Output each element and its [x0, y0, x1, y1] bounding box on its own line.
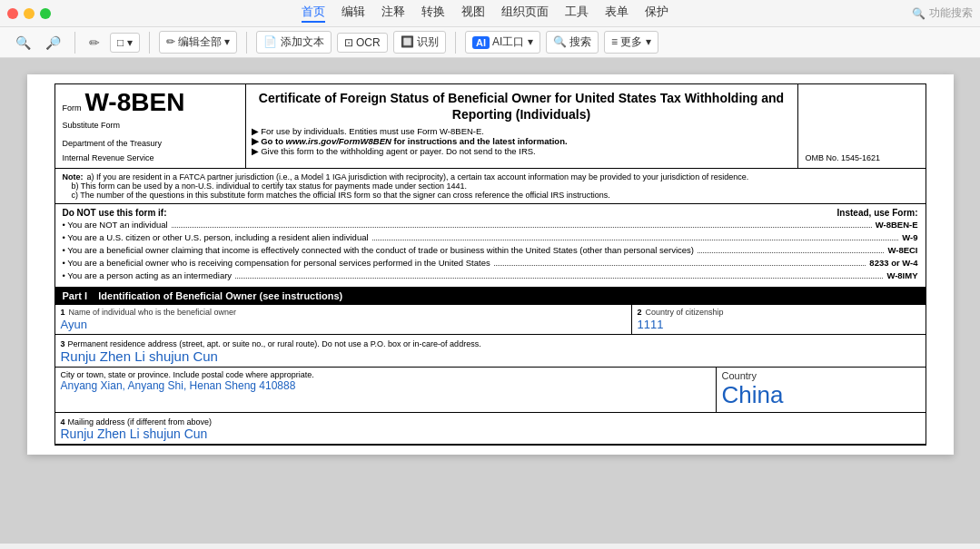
- dotted-line-1: [172, 227, 872, 228]
- field-1-label: Name of individual who is the beneficial…: [69, 308, 237, 317]
- minimize-button[interactable]: [24, 8, 35, 19]
- ai-badge: AI: [472, 36, 490, 49]
- separator-2: [149, 32, 150, 54]
- donot-text-4: • You are a beneficial owner who is rece…: [63, 258, 490, 268]
- menu-bar: 首页 编辑 注释 转换 视图 组织页面 工具 表单 保护 🔍 功能搜索: [0, 0, 980, 27]
- form-header: Form W-8BEN Substitute Form Department o…: [54, 83, 926, 169]
- form-right-col: OMB No. 1545-1621: [798, 84, 926, 168]
- city-cell: City or town, state or province. Include…: [55, 368, 717, 412]
- country-cell: Country China: [717, 368, 926, 412]
- form-center-col: Certificate of Foreign Status of Benefic…: [246, 84, 798, 168]
- country-label: Country: [722, 370, 920, 381]
- search-button[interactable]: 🔍 搜索: [546, 31, 599, 54]
- form-number: W-8BEN: [85, 90, 185, 115]
- separator-4: [455, 32, 456, 54]
- search-icon: 🔍: [912, 7, 926, 20]
- ai-button[interactable]: AI AI工口 ▾: [465, 31, 540, 54]
- dotted-line-5: [235, 278, 883, 279]
- note-label: Note:: [63, 172, 84, 181]
- part-label: Part I: [63, 290, 88, 301]
- menu-item-protect[interactable]: 保护: [645, 4, 668, 23]
- form-ref-5: W-8IMY: [886, 270, 917, 280]
- field-4-number: 4: [61, 417, 65, 426]
- menu-item-annotate[interactable]: 注释: [381, 4, 405, 23]
- part-header: Part I Identification of Beneficial Owne…: [54, 288, 926, 305]
- note-c: c) The number of the questions in this s…: [72, 191, 610, 200]
- menu-item-home[interactable]: 首页: [302, 4, 325, 23]
- donot-row-2: • You are a U.S. citizen or other U.S. p…: [63, 232, 918, 243]
- document-page: Form W-8BEN Substitute Form Department o…: [27, 74, 954, 455]
- address-row-3: 3 Permanent residence address (street, a…: [55, 335, 926, 368]
- form-title: Certificate of Foreign Status of Benefic…: [252, 90, 792, 123]
- window-controls: [7, 8, 51, 19]
- menu-item-view[interactable]: 视图: [461, 4, 485, 23]
- dotted-line-2: [372, 240, 899, 240]
- instead-label: Instead, use Form:: [837, 208, 918, 218]
- field-2-number: 2: [638, 308, 642, 317]
- bullet-2: ▶ Go to www.irs.gov/FormW8BEN for instru…: [252, 136, 792, 146]
- irs-label: Internal Revenue Service: [63, 153, 238, 162]
- more-button[interactable]: ≡ 更多 ▾: [604, 31, 658, 54]
- separator-3: [246, 32, 247, 54]
- field-3-value[interactable]: Runju Zhen Li shujun Cun: [61, 348, 920, 364]
- bullet-3: ▶ Give this form to the withholding agen…: [252, 146, 792, 156]
- donot-row-4: • You are a beneficial owner who is rece…: [63, 258, 918, 269]
- field-cell-2: 2 Country of citizenship 1111: [632, 305, 926, 334]
- form-label: Form: [63, 103, 82, 113]
- donot-text-5: • You are a person acting as an intermed…: [63, 270, 233, 280]
- form-ref-4: 8233 or W-4: [869, 258, 917, 268]
- menu-item-organize[interactable]: 组织页面: [501, 4, 549, 23]
- note-a: a) If you are resident in a FATCA partne…: [87, 172, 749, 181]
- note-section: Note: a) If you are resident in a FATCA …: [54, 169, 926, 204]
- mailing-row-4: 4 Mailing address (if different from abo…: [55, 413, 926, 445]
- donot-text-3: • You are a beneficial owner claiming th…: [63, 245, 694, 255]
- close-button[interactable]: [7, 8, 18, 19]
- menu-item-convert[interactable]: 转换: [421, 4, 445, 23]
- dotted-line-4: [494, 265, 866, 266]
- menu-item-form[interactable]: 表单: [605, 4, 629, 23]
- zoom-out-icon[interactable]: 🔍: [11, 34, 35, 52]
- edit-all-button[interactable]: ✏ 编辑全部 ▾: [159, 31, 238, 54]
- donot-header: Do NOT use this form if: Instead, use Fo…: [63, 208, 918, 218]
- field-cell-1: 1 Name of individual who is the benefici…: [55, 305, 632, 334]
- toolbar: 🔍 🔎 ✏ □ ▾ ✏ 编辑全部 ▾ 📄 添加文本 ⊡ OCR 🔲 识别 AI …: [0, 27, 980, 58]
- donot-text-1: • You are NOT an individual: [63, 220, 168, 230]
- separator-1: [74, 32, 75, 54]
- form-ref-3: W-8ECI: [887, 245, 917, 255]
- substitute-label: Substitute Form: [63, 121, 238, 130]
- add-text-button[interactable]: 📄 添加文本: [256, 31, 331, 54]
- donot-text-2: • You are a U.S. citizen or other U.S. p…: [63, 232, 369, 242]
- dept-label: Department of the Treasury: [63, 139, 238, 148]
- donot-section: Do NOT use this form if: Instead, use Fo…: [54, 204, 926, 288]
- part-title: Identification of Beneficial Owner (see …: [98, 290, 342, 301]
- draw-icon[interactable]: ✏: [84, 34, 104, 52]
- dotted-line-3: [698, 252, 884, 253]
- field-4-label: Mailing address (if different from above…: [68, 417, 212, 426]
- city-value[interactable]: Anyang Xian, Anyang Shi, Henan Sheng 410…: [61, 379, 710, 392]
- omb-number: OMB No. 1545-1621: [806, 153, 881, 162]
- zoom-in-icon[interactable]: 🔎: [41, 34, 65, 52]
- ocr-button[interactable]: ⊡ OCR: [337, 33, 388, 53]
- field-4-value[interactable]: Runju Zhen Li shujun Cun: [61, 426, 920, 441]
- form-ref-1: W-8BEN-E: [876, 220, 918, 230]
- field-1-number: 1: [61, 308, 65, 317]
- field-1-value[interactable]: Ayun: [61, 317, 626, 331]
- field-2-value[interactable]: 1111: [638, 317, 920, 331]
- city-country-row: City or town, state or province. Include…: [55, 368, 926, 413]
- maximize-button[interactable]: [40, 8, 51, 19]
- recognize-button[interactable]: 🔲 识别: [393, 31, 446, 54]
- shape-button[interactable]: □ ▾: [110, 33, 140, 53]
- fields-table: 1 Name of individual who is the benefici…: [54, 305, 926, 446]
- form-left-col: Form W-8BEN Substitute Form Department o…: [55, 84, 246, 168]
- menu-item-tools[interactable]: 工具: [565, 4, 589, 23]
- menu-item-edit[interactable]: 编辑: [342, 4, 365, 23]
- donot-title: Do NOT use this form if:: [63, 208, 167, 218]
- city-label: City or town, state or province. Include…: [61, 370, 710, 379]
- donot-row-1: • You are NOT an individual W-8BEN-E: [63, 220, 918, 230]
- country-value[interactable]: China: [722, 381, 920, 409]
- donot-row-3: • You are a beneficial owner claiming th…: [63, 245, 918, 256]
- form-ref-2: W-9: [902, 232, 917, 242]
- menu-items: 首页 编辑 注释 转换 视图 组织页面 工具 表单 保护: [76, 4, 894, 23]
- note-b: b) This form can be used by a non-U.S. i…: [72, 181, 468, 191]
- search-placeholder: 功能搜索: [929, 5, 973, 21]
